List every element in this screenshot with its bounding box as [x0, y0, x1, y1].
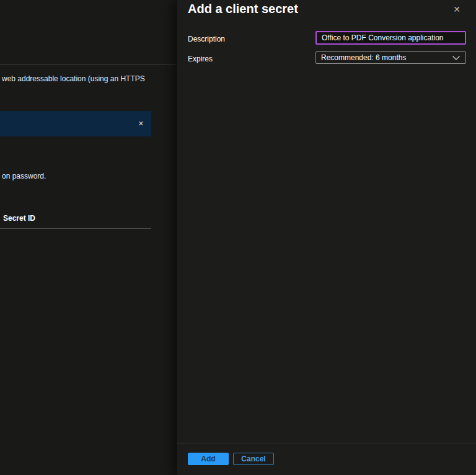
client-secrets-description-fragment: on password.: [2, 172, 46, 180]
chevron-down-icon: [452, 55, 461, 61]
description-input[interactable]: [315, 31, 466, 45]
description-label: Description: [188, 35, 225, 43]
pane-title: Add a client secret: [188, 2, 298, 16]
cancel-button[interactable]: Cancel: [233, 453, 274, 465]
pane-close-icon[interactable]: ✕: [451, 4, 462, 15]
add-client-secret-pane: Add a client secret ✕ Description Expire…: [177, 0, 476, 475]
screen: web addressable location (using an HTTPS…: [0, 0, 476, 475]
banner-close-icon[interactable]: ✕: [138, 120, 144, 127]
expires-dropdown[interactable]: Recommended: 6 months: [315, 51, 466, 64]
certificates-description-fragment: web addressable location (using an HTTPS: [2, 74, 145, 83]
background-page: web addressable location (using an HTTPS…: [0, 0, 177, 475]
footer-divider: [177, 443, 476, 443]
expires-label: Expires: [188, 55, 213, 63]
add-button[interactable]: Add: [188, 453, 229, 465]
section-divider: [0, 64, 177, 64]
notification-banner: ✕: [0, 111, 151, 136]
table-header-divider: [0, 228, 151, 229]
secret-id-column-header: Secret ID: [3, 214, 35, 223]
expires-selected-value: Recommended: 6 months: [321, 53, 406, 62]
